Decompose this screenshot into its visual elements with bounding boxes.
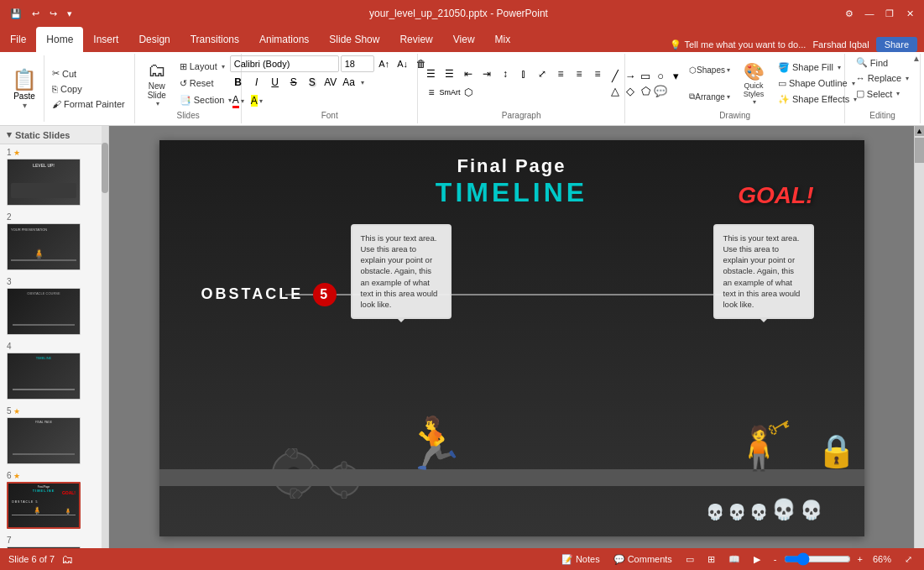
justify-button[interactable]: ≡ [423, 84, 440, 101]
zoom-out-button[interactable]: - [770, 552, 780, 566]
decrease-font-button[interactable]: A↓ [394, 55, 411, 72]
smartart-button[interactable]: SmArt [441, 84, 458, 101]
new-slide-button[interactable]: 🗂 New Slide ▾ [140, 58, 174, 109]
shape-line[interactable]: ╱ [608, 69, 622, 82]
zoom-percent[interactable]: 66% [869, 552, 895, 566]
shape-diamond[interactable]: ◇ [624, 84, 637, 97]
redo-button[interactable]: ↪ [46, 7, 60, 21]
tab-transitions[interactable]: Transitions [180, 27, 249, 52]
fit-slide-button[interactable]: ⤢ [901, 552, 916, 567]
save-button[interactable]: 💾 [7, 7, 25, 21]
increase-font-button[interactable]: A↑ [376, 55, 393, 72]
tab-file[interactable]: File [0, 27, 36, 52]
slide-thumb-6[interactable]: 6 ★ Final Page TIMELINE GOAL! OBSTACLE 5… [0, 468, 108, 532]
underline-button[interactable]: U [267, 74, 284, 91]
tab-mix[interactable]: Mix [485, 27, 521, 52]
quick-styles-button[interactable]: 🎨 Quick Styles ▾ [737, 60, 770, 107]
shape-oval[interactable]: ○ [654, 69, 667, 82]
shape-arrow[interactable]: → [624, 69, 637, 82]
settings-button[interactable]: ⚙ [842, 6, 857, 21]
slide-sorter-button[interactable]: ⊞ [704, 552, 718, 567]
customize-qa-button[interactable]: ▾ [64, 7, 76, 21]
highlight-button[interactable]: A ▾ [248, 92, 265, 109]
collapse-ribbon-button[interactable]: ▲ [912, 54, 921, 63]
shadow-button[interactable]: S [304, 74, 321, 91]
shape-rect[interactable]: ▭ [639, 69, 652, 82]
comments-button[interactable]: 💬 Comments [610, 552, 676, 567]
tab-view[interactable]: View [443, 27, 485, 52]
slide-icon-button[interactable]: 🗂 [61, 552, 73, 566]
slide-thumb-5[interactable]: 5 ★ FINAL PAGE [0, 403, 108, 468]
reset-button[interactable]: ↺ Reset [175, 76, 237, 91]
reading-view-button[interactable]: 📖 [725, 552, 744, 567]
numbering-button[interactable]: ☰ [441, 65, 458, 82]
share-button[interactable]: Share [876, 37, 917, 52]
bold-button[interactable]: B [230, 74, 247, 91]
format-painter-button[interactable]: 🖌 Format Painter [48, 97, 129, 111]
main-scroll-thumb[interactable] [915, 138, 924, 163]
text-dir-button[interactable]: ⤢ [534, 65, 551, 82]
slide-thumb-7[interactable]: 7 END SLIDE [0, 532, 108, 550]
panel-collapse-icon: ▾ [7, 129, 12, 140]
speech-bubble-1[interactable]: This is your text area. Use this area to… [351, 224, 452, 319]
replace-button[interactable]: ↔ Replace ▾ [852, 71, 913, 85]
slide-thumb-1[interactable]: 1 ★ LEVEL UP! [0, 144, 108, 209]
tab-slideshow[interactable]: Slide Show [319, 27, 389, 52]
zoom-slider[interactable] [784, 552, 851, 566]
align-center-button[interactable]: ≡ [571, 65, 587, 82]
shape-pentagon[interactable]: ⬠ [639, 84, 652, 97]
cut-button[interactable]: ✂ Cut [48, 66, 129, 81]
slide-thumb-4[interactable]: 4 TIMELINE [0, 338, 108, 403]
tab-review[interactable]: Review [389, 27, 442, 52]
line-spacing-button[interactable]: ↕ [497, 65, 514, 82]
shape-outline-icon: ▭ [778, 78, 786, 89]
decrease-indent-button[interactable]: ⇤ [460, 65, 477, 82]
find-button[interactable]: 🔍 Find [852, 55, 892, 70]
slideshow-button[interactable]: ▶ [750, 552, 764, 567]
tab-design[interactable]: Design [128, 27, 180, 52]
copy-button[interactable]: ⎘ Copy [48, 82, 129, 96]
ribbon: 📋 Paste ▾ ✂ Cut ⎘ Copy 🖌 Format Painter [0, 52, 924, 126]
change-case-button[interactable]: Aa [341, 74, 358, 91]
section-button[interactable]: 📑 Section ▾ [175, 93, 237, 107]
undo-button[interactable]: ↩ [29, 7, 43, 21]
bullets-button[interactable]: ☰ [423, 65, 440, 82]
restore-button[interactable]: ❐ [882, 6, 897, 21]
slide-canvas[interactable]: Final Page TIMELINE GOAL! OBSTACLE 5 Th [159, 140, 864, 536]
shape-more[interactable]: ▾ [669, 69, 682, 82]
align-left-button[interactable]: ≡ [552, 65, 569, 82]
convert-smartart-button[interactable]: ⬡ [460, 84, 477, 101]
tab-insert[interactable]: Insert [83, 27, 128, 52]
tell-me-box[interactable]: 💡 Tell me what you want to do... [670, 39, 806, 50]
tab-animations[interactable]: Animations [249, 27, 319, 52]
minimize-button[interactable]: — [862, 6, 877, 21]
notes-button[interactable]: 📝 Notes [558, 552, 603, 567]
shape-triangle[interactable]: △ [608, 84, 622, 97]
font-size-selector[interactable]: 18 [341, 55, 374, 72]
arrange-button[interactable]: ⧉ Arrange ▾ [686, 84, 733, 109]
font-name-selector[interactable]: Calibri (Body) [230, 55, 339, 72]
align-right-button[interactable]: ≡ [589, 65, 606, 82]
columns-button[interactable]: ⫿ [515, 65, 532, 82]
increase-indent-button[interactable]: ⇥ [478, 65, 495, 82]
close-button[interactable]: ✕ [902, 6, 917, 21]
panel-scroll-thumb[interactable] [102, 143, 108, 193]
strikethrough-button[interactable]: S [285, 74, 302, 91]
main-scrollbar[interactable]: ▲ ▼ [914, 126, 924, 550]
zoom-in-button[interactable]: + [854, 552, 866, 566]
tab-home[interactable]: Home [36, 27, 83, 52]
italic-button[interactable]: I [248, 74, 265, 91]
normal-view-button[interactable]: ▭ [682, 552, 697, 567]
panel-scrollbar[interactable] [102, 126, 108, 550]
speech-bubble-2[interactable]: This is your text area. Use this area to… [713, 224, 814, 319]
shapes-button[interactable]: ⬡ Shapes ▾ [686, 57, 733, 82]
slide-thumb-2[interactable]: 2 YOUR PRESENTATION 🧍 [0, 209, 108, 274]
shape-callout[interactable]: 💬 [654, 84, 667, 97]
font-color-button[interactable]: A ▾ [230, 92, 247, 109]
paste-button[interactable]: 📋 Paste ▾ [5, 55, 44, 122]
select-button[interactable]: ▢ Select ▾ [852, 86, 905, 101]
char-spacing-button[interactable]: AV [322, 74, 339, 91]
layout-button[interactable]: ⊞ Layout ▾ [175, 60, 237, 74]
scroll-up-button[interactable]: ▲ [915, 126, 924, 136]
slide-thumb-3[interactable]: 3 OBSTACLE COURSE [0, 274, 108, 338]
